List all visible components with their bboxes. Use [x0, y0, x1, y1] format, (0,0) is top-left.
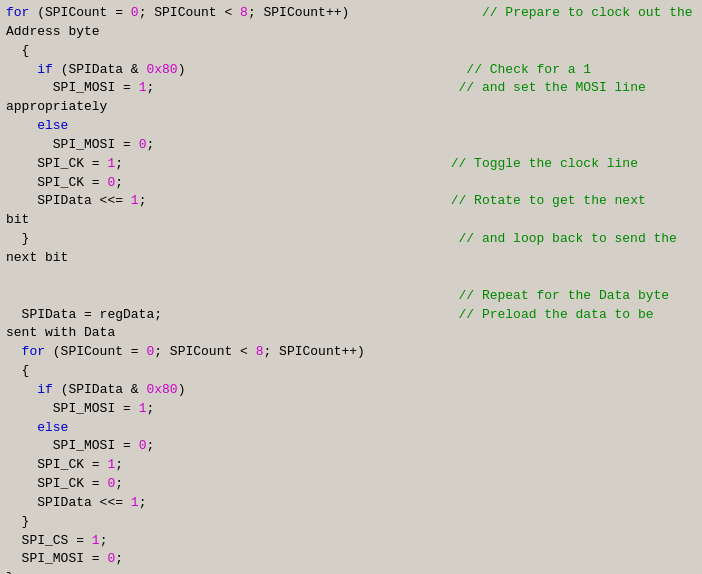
- code-text: SPIData <<= 1; // Rotate to get the next: [6, 192, 646, 211]
- code-line-8: SPI_MOSI = 0;: [6, 136, 696, 155]
- code-line-24: SPI_MOSI = 0;: [6, 437, 696, 456]
- code-text: SPI_CK = 1;: [6, 456, 123, 475]
- code-line-29: SPI_CS = 1;: [6, 532, 696, 551]
- code-text: {: [6, 362, 29, 381]
- code-text: SPIData <<= 1;: [6, 494, 146, 513]
- code-line-27: SPIData <<= 1;: [6, 494, 696, 513]
- code-text: SPI_CS = 1;: [6, 532, 107, 551]
- code-text: else: [6, 419, 68, 438]
- code-line-12: bit: [6, 211, 696, 230]
- code-line-31: }: [6, 569, 696, 574]
- code-text: [6, 268, 14, 287]
- code-text: } // and loop back to send the: [6, 230, 677, 249]
- code-text: for (SPICount = 0; SPICount < 8; SPICoun…: [6, 343, 365, 362]
- code-text: Address byte: [6, 23, 100, 42]
- code-line-20: {: [6, 362, 696, 381]
- code-text: next bit: [6, 249, 68, 268]
- code-line-17: SPIData = regData; // Preload the data t…: [6, 306, 696, 325]
- code-text: else: [6, 117, 68, 136]
- code-line-19: for (SPICount = 0; SPICount < 8; SPICoun…: [6, 343, 696, 362]
- code-text: appropriately: [6, 98, 107, 117]
- code-line-3: {: [6, 42, 696, 61]
- code-text: if (SPIData & 0x80): [6, 381, 185, 400]
- code-line-21: if (SPIData & 0x80): [6, 381, 696, 400]
- code-line-11: SPIData <<= 1; // Rotate to get the next: [6, 192, 696, 211]
- code-text: SPI_MOSI = 1; // and set the MOSI line: [6, 79, 646, 98]
- code-line-6: appropriately: [6, 98, 696, 117]
- code-line-18: sent with Data: [6, 324, 696, 343]
- code-line-9: SPI_CK = 1; // Toggle the clock line: [6, 155, 696, 174]
- code-line-10: SPI_CK = 0;: [6, 174, 696, 193]
- code-line-25: SPI_CK = 1;: [6, 456, 696, 475]
- code-line-5: SPI_MOSI = 1; // and set the MOSI line: [6, 79, 696, 98]
- code-text: SPI_MOSI = 0;: [6, 550, 123, 569]
- code-text: SPI_MOSI = 0;: [6, 437, 154, 456]
- code-line-16: // Repeat for the Data byte: [6, 287, 696, 306]
- code-line-22: SPI_MOSI = 1;: [6, 400, 696, 419]
- code-text: SPI_MOSI = 0;: [6, 136, 154, 155]
- code-line-7: else: [6, 117, 696, 136]
- code-text: {: [6, 42, 29, 61]
- code-text: bit: [6, 211, 29, 230]
- code-line-14: next bit: [6, 249, 696, 268]
- code-text: SPI_CK = 0;: [6, 475, 123, 494]
- code-editor: for (SPICount = 0; SPICount < 8; SPICoun…: [0, 0, 702, 574]
- code-line-23: else: [6, 419, 696, 438]
- code-line-28: }: [6, 513, 696, 532]
- code-text: SPI_CK = 1; // Toggle the clock line: [6, 155, 638, 174]
- code-line-1: for (SPICount = 0; SPICount < 8; SPICoun…: [6, 4, 696, 23]
- code-line-13: } // and loop back to send the: [6, 230, 696, 249]
- code-text: // Repeat for the Data byte: [6, 287, 669, 306]
- code-line-15: [6, 268, 696, 287]
- code-text: for (SPICount = 0; SPICount < 8; SPICoun…: [6, 4, 693, 23]
- code-text: sent with Data: [6, 324, 115, 343]
- code-text: }: [6, 513, 29, 532]
- code-text: SPI_CK = 0;: [6, 174, 123, 193]
- code-line-2: Address byte: [6, 23, 696, 42]
- code-text: SPIData = regData; // Preload the data t…: [6, 306, 654, 325]
- code-line-4: if (SPIData & 0x80) // Check for a 1: [6, 61, 696, 80]
- code-line-26: SPI_CK = 0;: [6, 475, 696, 494]
- code-line-30: SPI_MOSI = 0;: [6, 550, 696, 569]
- code-text: if (SPIData & 0x80) // Check for a 1: [6, 61, 591, 80]
- code-text: }: [6, 569, 14, 574]
- code-text: SPI_MOSI = 1;: [6, 400, 154, 419]
